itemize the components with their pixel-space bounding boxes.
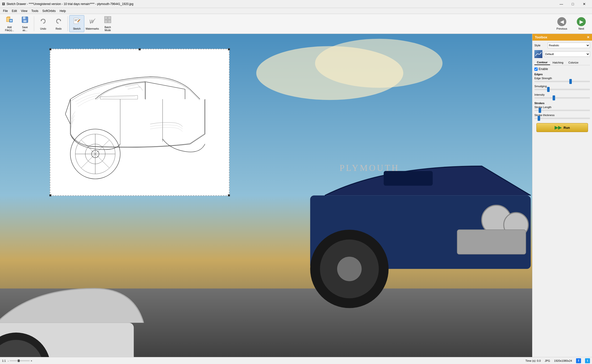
presets-select[interactable]: Default [544, 51, 590, 57]
menu-tools[interactable]: Tools [29, 8, 40, 14]
menu-view[interactable]: View [19, 8, 29, 14]
tab-contour[interactable]: Contour [534, 60, 550, 65]
save-as-button[interactable]: Saveas... [17, 15, 32, 32]
zoom-thumb[interactable] [18, 360, 20, 362]
svg-rect-19 [108, 20, 111, 23]
stroke-length-track[interactable] [534, 110, 590, 111]
selection-handle-topright[interactable] [228, 48, 230, 50]
selection-handle-top[interactable] [139, 48, 141, 50]
toolbox-header: Toolbox ✕ [532, 34, 592, 41]
svg-rect-8 [25, 17, 26, 19]
save-as-label: Saveas... [22, 26, 28, 32]
stroke-thickness-thumb[interactable] [538, 116, 540, 121]
redo-button[interactable]: Redo [51, 15, 66, 32]
menu-file[interactable]: File [1, 8, 10, 14]
toolbox-close-icon[interactable]: ✕ [587, 35, 590, 39]
canvas-area[interactable]: PLYMOUTH [0, 34, 532, 357]
toolbox-panel: Toolbox ✕ Style Realistic [532, 34, 592, 357]
edge-strength-row: Edge Strength [534, 77, 590, 82]
smudging-label: Smudging [534, 85, 590, 88]
run-label: Run [564, 126, 570, 130]
save-as-icon [21, 16, 29, 25]
undo-label: Undo [40, 27, 46, 30]
toolbar-main-group: AddFile(s)... Saveas... Undo [2, 15, 115, 32]
stroke-thickness-track[interactable] [534, 118, 590, 119]
app-title: Sketch Drawer - ****Unregistered version… [6, 2, 133, 6]
svg-rect-16 [104, 16, 107, 19]
svg-point-38 [337, 257, 362, 281]
zoom-control: - + [8, 359, 32, 362]
intensity-row: Intensity [534, 93, 590, 99]
time-label: Time (s): 0.0 [525, 359, 541, 362]
watermarks-button[interactable]: W Watermarks [85, 15, 100, 32]
twitter-icon[interactable]: t [585, 358, 590, 363]
add-files-label: AddFile(s)... [5, 26, 14, 32]
undo-button[interactable]: Undo [36, 15, 51, 32]
svg-text:W: W [89, 19, 95, 24]
add-files-button[interactable]: AddFile(s)... [2, 15, 17, 32]
smudging-track[interactable] [534, 89, 590, 90]
previous-arrow-icon: ◀ [557, 17, 566, 26]
stroke-length-label: Stroke Length [534, 106, 590, 109]
statusbar-left: 1:1 - + [2, 359, 32, 362]
svg-rect-1 [7, 17, 10, 17]
edge-strength-track[interactable] [534, 81, 590, 82]
menu-edit[interactable]: Edit [10, 8, 19, 14]
style-label: Style [534, 44, 546, 47]
selection-handle-bottomleft[interactable] [49, 194, 51, 196]
svg-rect-17 [108, 16, 111, 19]
separator-2 [68, 16, 68, 31]
previous-button[interactable]: ◀ Previous [553, 15, 571, 32]
minimize-button[interactable]: — [556, 0, 567, 8]
separator-1 [34, 16, 34, 31]
menu-softorbits[interactable]: SoftOrbits [40, 8, 58, 14]
stroke-length-row: Stroke Length [534, 106, 590, 111]
stroke-thickness-row: Stroke thickness [534, 114, 590, 119]
titlebar-controls: — □ ✕ [556, 0, 590, 8]
intensity-thumb[interactable] [553, 95, 555, 100]
next-arrow-icon: ▶ [577, 17, 586, 26]
next-button[interactable]: ▶ Next [573, 15, 590, 32]
format-label: JPG [545, 359, 550, 362]
edge-strength-thumb[interactable] [569, 79, 572, 84]
menu-help[interactable]: Help [58, 8, 68, 14]
zoom-in-icon[interactable]: + [31, 359, 32, 362]
svg-rect-32 [384, 171, 433, 186]
sketch-button[interactable]: Sketch [69, 15, 84, 32]
tab-hatching[interactable]: Hatching [550, 60, 566, 65]
facebook-icon[interactable]: f [576, 358, 581, 363]
enable-checkbox[interactable] [534, 68, 538, 71]
statusbar: 1:1 - + Time (s): 0.0 JPG 1920x1080x24 f… [0, 357, 592, 364]
sketch-svg [50, 49, 230, 196]
svg-rect-7 [23, 20, 26, 22]
titlebar-left: 🖼 Sketch Drawer - ****Unregistered versi… [2, 2, 133, 6]
run-button[interactable]: ▶▶ Run [536, 123, 588, 132]
selection-handle-bottomright[interactable] [228, 194, 230, 196]
toolbar-nav: ◀ Previous ▶ Next [553, 15, 590, 32]
batch-mode-button[interactable]: BatchMode [100, 15, 115, 32]
dimensions-label: 1920x1080x24 [554, 359, 572, 362]
watermarks-icon: W [88, 17, 96, 26]
sketch-canvas[interactable] [50, 49, 229, 196]
maximize-button[interactable]: □ [567, 0, 579, 8]
menubar: File Edit View Tools SoftOrbits Help [0, 8, 592, 14]
toolbox-tabs: Contour Hatching Colorize [534, 60, 590, 65]
intensity-track[interactable] [534, 97, 590, 99]
smudging-thumb[interactable] [547, 87, 550, 92]
tab-colorize[interactable]: Colorize [566, 60, 581, 65]
stroke-thickness-label: Stroke thickness [534, 114, 590, 117]
close-button[interactable]: ✕ [579, 0, 590, 8]
batch-mode-label: BatchMode [104, 26, 111, 32]
selection-handle-topleft[interactable] [49, 48, 51, 50]
zoom-out-icon[interactable]: - [8, 359, 9, 362]
toolbox-content: Style Realistic [532, 41, 592, 357]
zoom-slider[interactable] [10, 360, 30, 361]
car-background: PLYMOUTH [0, 34, 532, 357]
stroke-length-thumb[interactable] [539, 108, 541, 113]
style-select[interactable]: Realistic [548, 43, 590, 48]
svg-point-24 [315, 39, 443, 88]
main-area: PLYMOUTH [0, 34, 592, 357]
undo-icon [39, 17, 47, 26]
sketch-icon [73, 17, 81, 26]
svg-rect-35 [457, 230, 526, 254]
